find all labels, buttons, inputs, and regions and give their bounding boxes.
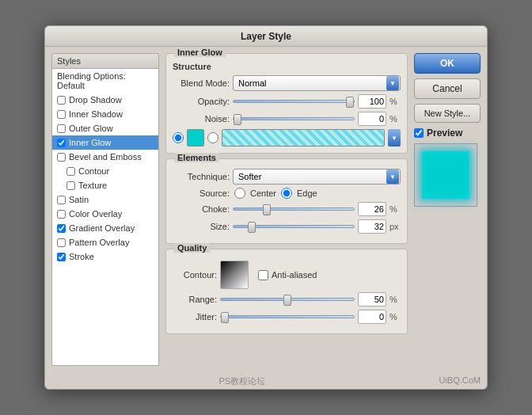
quality-title: Quality <box>174 243 210 253</box>
color-row: ▼ <box>173 129 401 147</box>
choke-input[interactable] <box>358 202 386 216</box>
gradient-swatch[interactable] <box>222 129 385 147</box>
color-overlay-label: Color Overlay <box>69 209 122 219</box>
jitter-label: Jitter: <box>173 312 217 322</box>
pattern-overlay-checkbox[interactable] <box>57 238 66 247</box>
right-panel: OK Cancel New Style... Preview <box>414 53 481 366</box>
gradient-overlay-checkbox[interactable] <box>57 224 66 233</box>
technique-select-wrap[interactable]: Softer Precise ▼ <box>233 169 401 185</box>
technique-select[interactable]: Softer Precise <box>233 169 401 185</box>
inner-glow-title: Inner Glow <box>174 48 226 57</box>
size-row: Size: px <box>173 219 401 234</box>
inner-glow-item[interactable]: Inner Glow <box>52 135 158 150</box>
noise-unit: % <box>390 114 401 124</box>
gradient-arrow-icon[interactable]: ▼ <box>388 129 401 147</box>
choke-unit: % <box>390 204 401 214</box>
size-slider[interactable] <box>233 221 355 232</box>
structure-subtitle: Structure <box>173 62 401 71</box>
bevel-emboss-checkbox[interactable] <box>57 153 66 162</box>
solid-color-swatch[interactable] <box>187 129 204 147</box>
size-label: Size: <box>173 222 230 231</box>
range-input[interactable] <box>358 292 386 306</box>
blending-options-label: Blending Options: Default <box>57 71 154 90</box>
choke-slider[interactable] <box>233 204 355 215</box>
noise-input[interactable] <box>358 112 386 126</box>
contour-item[interactable]: Contour <box>52 164 158 178</box>
outer-glow-item[interactable]: Outer Glow <box>52 121 158 135</box>
cancel-button[interactable]: Cancel <box>414 78 481 99</box>
new-style-button[interactable]: New Style... <box>414 104 481 123</box>
structure-section: Inner Glow Structure Blend Mode: Normal … <box>165 53 408 154</box>
drop-shadow-checkbox[interactable] <box>57 96 66 105</box>
ok-button[interactable]: OK <box>414 53 481 74</box>
technique-row: Technique: Softer Precise ▼ <box>173 169 401 185</box>
source-row: Source: Center Edge <box>173 188 401 199</box>
choke-label: Choke: <box>173 204 230 214</box>
gradient-radio[interactable] <box>207 132 218 143</box>
satin-item[interactable]: Satin <box>52 192 158 207</box>
opacity-slider[interactable] <box>233 96 355 107</box>
outer-glow-checkbox[interactable] <box>57 124 66 133</box>
antialias-label: Anti-aliased <box>272 270 317 280</box>
opacity-unit: % <box>390 97 401 106</box>
stroke-item[interactable]: Stroke <box>52 249 158 264</box>
stroke-checkbox[interactable] <box>57 253 66 261</box>
preview-checkbox[interactable] <box>414 128 424 138</box>
pattern-overlay-label: Pattern Overlay <box>69 238 129 247</box>
contour-label: Contour <box>78 166 109 176</box>
satin-checkbox[interactable] <box>57 196 66 204</box>
range-slider[interactable] <box>220 294 355 305</box>
source-edge-label: Edge <box>297 188 317 198</box>
preview-label: Preview <box>427 128 462 139</box>
inner-glow-checkbox[interactable] <box>57 139 66 147</box>
watermark-line1: PS教程论坛 <box>218 376 265 386</box>
source-edge-radio[interactable] <box>281 188 292 199</box>
contour-checkbox[interactable] <box>66 167 75 176</box>
inner-shadow-label: Inner Shadow <box>69 109 123 119</box>
gradient-overlay-item[interactable]: Gradient Overlay <box>52 221 158 235</box>
texture-item[interactable]: Texture <box>52 178 158 192</box>
jitter-row: Jitter: % <box>173 310 401 324</box>
satin-label: Satin <box>69 195 89 204</box>
styles-list: Blending Options: Default Drop Shadow In… <box>51 69 159 366</box>
blend-mode-select[interactable]: Normal Dissolve Multiply Screen <box>233 75 401 91</box>
noise-slider[interactable] <box>233 113 355 124</box>
source-label: Source: <box>173 188 230 198</box>
jitter-input[interactable] <box>358 310 386 324</box>
watermark: PS教程论坛 UiBQ.CoM <box>45 372 487 389</box>
styles-label: Styles <box>51 53 159 69</box>
blending-options-item[interactable]: Blending Options: Default <box>52 69 158 93</box>
technique-label: Technique: <box>173 172 230 181</box>
choke-row: Choke: % <box>173 202 401 216</box>
gradient-overlay-label: Gradient Overlay <box>69 223 135 233</box>
solid-color-radio[interactable] <box>173 132 184 143</box>
noise-label: Noise: <box>173 114 230 124</box>
stroke-label: Stroke <box>69 252 94 261</box>
contour-thumbnail[interactable] <box>220 261 249 289</box>
antialias-checkbox[interactable] <box>258 270 268 280</box>
bevel-emboss-item[interactable]: Bevel and Emboss <box>52 150 158 164</box>
blend-mode-row: Blend Mode: Normal Dissolve Multiply Scr… <box>173 75 401 91</box>
blend-mode-select-wrap[interactable]: Normal Dissolve Multiply Screen ▼ <box>233 75 401 91</box>
color-overlay-item[interactable]: Color Overlay <box>52 207 158 221</box>
inner-shadow-checkbox[interactable] <box>57 110 66 119</box>
drop-shadow-label: Drop Shadow <box>69 95 122 105</box>
blend-mode-label: Blend Mode: <box>173 78 230 88</box>
pattern-overlay-item[interactable]: Pattern Overlay <box>52 235 158 249</box>
opacity-label: Opacity: <box>173 97 230 106</box>
jitter-slider[interactable] <box>220 311 355 322</box>
size-unit: px <box>390 222 401 231</box>
inner-glow-label: Inner Glow <box>69 138 111 147</box>
left-panel: Styles Blending Options: Default Drop Sh… <box>51 53 159 366</box>
inner-shadow-item[interactable]: Inner Shadow <box>52 107 158 121</box>
color-overlay-checkbox[interactable] <box>57 210 66 219</box>
noise-row: Noise: % <box>173 112 401 126</box>
size-input[interactable] <box>358 219 386 234</box>
texture-checkbox[interactable] <box>66 181 75 190</box>
source-center-radio[interactable] <box>234 188 245 199</box>
opacity-input[interactable] <box>358 94 386 109</box>
drop-shadow-item[interactable]: Drop Shadow <box>52 93 158 107</box>
bevel-emboss-label: Bevel and Emboss <box>69 152 142 162</box>
contour-row: Contour: Anti-aliased <box>173 261 401 289</box>
range-unit: % <box>390 295 401 304</box>
